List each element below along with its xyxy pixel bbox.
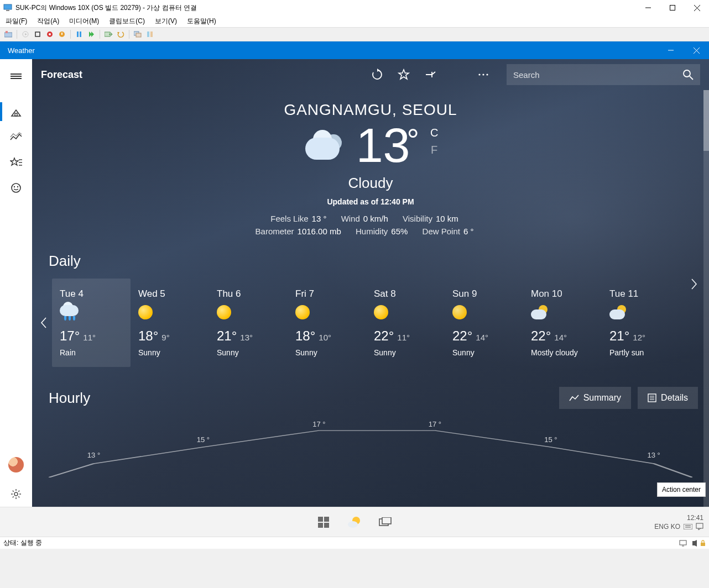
svg-rect-16 bbox=[80, 32, 81, 37]
monitor-tray-icon[interactable] bbox=[679, 540, 687, 547]
svg-rect-55 bbox=[324, 517, 329, 522]
menu-media[interactable]: 미디어(M) bbox=[69, 17, 99, 26]
sun-icon bbox=[138, 305, 153, 319]
weather-app-title: Weather bbox=[8, 46, 658, 55]
day-card[interactable]: Fri 718°10°Sunny bbox=[288, 279, 366, 367]
svg-rect-23 bbox=[147, 32, 149, 37]
svg-rect-14 bbox=[61, 33, 62, 35]
more-button[interactable] bbox=[470, 64, 497, 86]
day-card[interactable]: Sat 822°11°Sunny bbox=[366, 279, 445, 367]
search-icon[interactable] bbox=[682, 69, 694, 80]
weather-close-button[interactable] bbox=[684, 41, 709, 59]
maximize-button[interactable] bbox=[660, 0, 685, 15]
pin-button[interactable] bbox=[417, 64, 444, 86]
day-card[interactable]: Tue 417°11°Rain bbox=[52, 279, 131, 367]
unit-fahrenheit[interactable]: F bbox=[430, 144, 438, 156]
daily-prev-button[interactable] bbox=[35, 279, 52, 367]
reset-icon[interactable] bbox=[86, 29, 96, 39]
settings-button[interactable] bbox=[0, 481, 32, 507]
hamburger-menu-button[interactable] bbox=[0, 64, 32, 89]
svg-rect-3 bbox=[670, 6, 675, 11]
day-summary: Sunny bbox=[295, 348, 358, 357]
hourly-temp-label: 17 ° bbox=[312, 420, 325, 428]
day-card[interactable]: Mon 1022°14°Mostly cloudy bbox=[523, 279, 602, 367]
minimize-button[interactable] bbox=[636, 0, 660, 15]
menu-clipboard[interactable]: 클립보드(C) bbox=[109, 17, 145, 26]
svg-rect-57 bbox=[324, 523, 329, 528]
day-summary: Mostly cloudy bbox=[531, 348, 594, 357]
hourly-temp-label: 17 ° bbox=[429, 420, 441, 428]
favorite-button[interactable] bbox=[390, 64, 417, 86]
ctrl-alt-del-icon[interactable] bbox=[3, 29, 13, 39]
checkpoint-icon[interactable] bbox=[103, 29, 113, 39]
day-name: Tue 11 bbox=[609, 288, 672, 300]
turnoff-icon[interactable] bbox=[33, 29, 43, 39]
weather-titlebar: Weather bbox=[0, 41, 709, 59]
svg-line-42 bbox=[13, 496, 14, 497]
taskbar-clock[interactable]: 12:41 bbox=[687, 514, 703, 522]
speaker-tray-icon[interactable] bbox=[690, 540, 697, 547]
start-button[interactable] bbox=[316, 514, 331, 530]
keyboard-icon[interactable] bbox=[684, 524, 692, 529]
day-card[interactable]: Thu 621°13°Sunny bbox=[209, 279, 288, 367]
sun-icon bbox=[452, 305, 467, 319]
refresh-button[interactable] bbox=[364, 64, 390, 86]
svg-marker-9 bbox=[25, 33, 27, 35]
enhanced-session-icon[interactable] bbox=[133, 29, 143, 39]
svg-point-48 bbox=[684, 70, 690, 77]
svg-point-33 bbox=[14, 186, 15, 187]
svg-rect-15 bbox=[77, 32, 79, 37]
day-high: 21° bbox=[609, 328, 629, 344]
pause-icon[interactable] bbox=[74, 29, 84, 39]
day-summary: Sunny bbox=[138, 348, 201, 357]
svg-line-41 bbox=[18, 496, 19, 497]
daily-next-button[interactable] bbox=[686, 279, 702, 290]
nav-feedback[interactable] bbox=[0, 175, 32, 201]
host-titlebar: SUK-PC의 Windows 10X (OS 빌드 20279) - 가상 컴… bbox=[0, 0, 709, 15]
day-high: 18° bbox=[295, 328, 315, 344]
revert-icon[interactable] bbox=[116, 29, 126, 39]
save-icon[interactable] bbox=[57, 29, 67, 39]
day-name: Mon 10 bbox=[531, 288, 594, 300]
hourly-temp-label: 15 ° bbox=[197, 435, 210, 444]
night-mode-icon[interactable] bbox=[444, 64, 470, 86]
host-status-bar: 상태: 실행 중 bbox=[0, 537, 709, 549]
day-high: 22° bbox=[531, 328, 551, 344]
details-button[interactable]: Details bbox=[638, 387, 698, 409]
close-button[interactable] bbox=[685, 0, 709, 15]
search-input[interactable] bbox=[513, 70, 682, 80]
day-name: Sun 9 bbox=[452, 288, 515, 300]
day-card[interactable]: Sun 922°14°Sunny bbox=[445, 279, 523, 367]
svg-rect-7 bbox=[6, 31, 8, 33]
svg-rect-56 bbox=[318, 523, 323, 528]
sun-icon bbox=[217, 305, 231, 319]
shutdown-icon[interactable] bbox=[45, 29, 55, 39]
menu-file[interactable]: 파일(F) bbox=[6, 17, 27, 26]
nav-forecast[interactable] bbox=[0, 99, 32, 124]
taskbar-weather-icon[interactable] bbox=[347, 514, 362, 530]
lock-tray-icon[interactable] bbox=[700, 540, 706, 547]
unit-celsius[interactable]: C bbox=[430, 127, 438, 139]
action-center-icon[interactable] bbox=[696, 523, 703, 531]
share-icon[interactable] bbox=[145, 29, 155, 39]
menu-action[interactable]: 작업(A) bbox=[37, 17, 59, 26]
menu-view[interactable]: 보기(V) bbox=[155, 17, 177, 26]
current-temperature: 13° bbox=[356, 121, 423, 170]
day-summary: Sunny bbox=[374, 348, 437, 357]
location-label: GANGNAMGU, SEOUL bbox=[32, 101, 709, 119]
summary-button[interactable]: Summary bbox=[559, 387, 631, 409]
weather-minimize-button[interactable] bbox=[658, 41, 684, 59]
day-summary: Sunny bbox=[452, 348, 515, 357]
svg-point-59 bbox=[348, 521, 358, 528]
ime-indicator[interactable]: ENG KO bbox=[654, 523, 680, 531]
system-tray[interactable]: 12:41 ENG KO bbox=[604, 507, 703, 537]
day-card[interactable]: Tue 1121°12°Partly sun bbox=[602, 279, 680, 367]
svg-rect-0 bbox=[4, 4, 12, 9]
day-card[interactable]: Wed 518°9°Sunny bbox=[131, 279, 209, 367]
search-box[interactable] bbox=[507, 64, 700, 85]
menu-help[interactable]: 도움말(H) bbox=[187, 17, 216, 26]
user-avatar[interactable] bbox=[8, 457, 24, 473]
nav-historical[interactable] bbox=[0, 124, 32, 150]
task-view-button[interactable] bbox=[378, 514, 393, 530]
nav-favorites[interactable] bbox=[0, 150, 32, 175]
